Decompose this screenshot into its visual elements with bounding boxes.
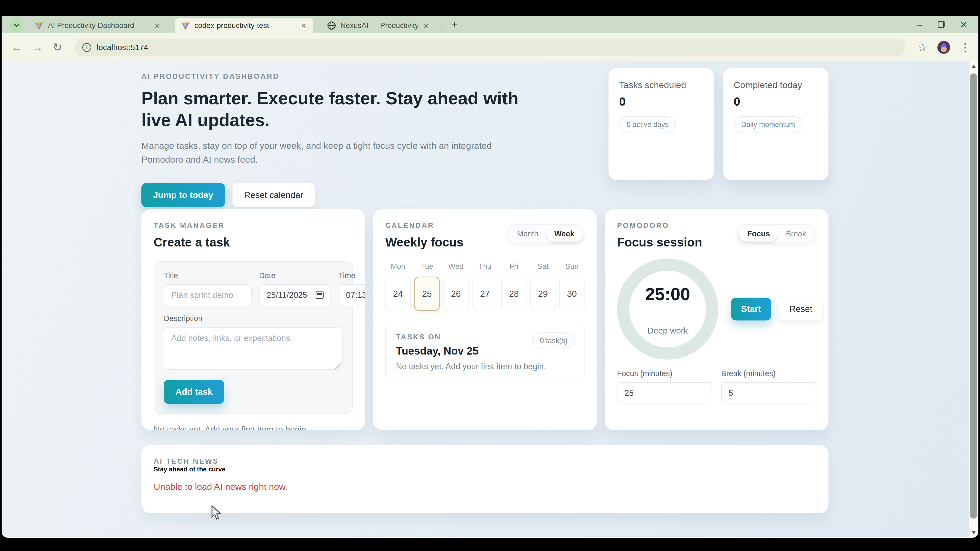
focus-minutes-label: Focus (minutes) xyxy=(617,369,712,378)
day-name: Sun xyxy=(559,262,584,271)
tab-title: codex-productivity-test xyxy=(194,21,295,30)
tab-separator xyxy=(442,21,442,30)
stat-value: 0 xyxy=(619,95,703,108)
dates-row: 24 25 26 27 28 29 30 xyxy=(385,276,584,311)
stat-card-completed-today: Completed today 0 Daily momentum xyxy=(723,68,829,180)
timer-mode-label: Deep work xyxy=(648,326,688,336)
task-date-input[interactable]: 25/11/2025 xyxy=(259,284,331,306)
break-minutes-input[interactable] xyxy=(721,382,816,404)
hero-subtitle: Manage tasks, stay on top of your week, … xyxy=(142,139,504,167)
back-icon[interactable]: ← xyxy=(11,42,22,53)
description-field-label: Description xyxy=(164,314,343,323)
menu-kebab-icon[interactable]: ⋮ xyxy=(960,41,970,54)
add-task-button[interactable]: Add task xyxy=(164,380,224,404)
day-name: Wed xyxy=(444,262,469,271)
toggle-week[interactable]: Week xyxy=(546,226,582,241)
day-name: Fri xyxy=(501,262,527,271)
tab-close-icon[interactable]: × xyxy=(153,21,161,30)
site-info-icon[interactable]: i xyxy=(82,43,91,52)
task-description-textarea[interactable] xyxy=(164,327,343,370)
mouse-cursor xyxy=(211,505,223,521)
date-field-label: Date xyxy=(259,271,331,280)
task-manager-card: TASK MANAGER Create a task Title Date xyxy=(142,209,365,430)
tab-strip: AI Productivity Dashboard × codex-produc… xyxy=(2,16,978,33)
start-button[interactable]: Start xyxy=(731,298,771,321)
task-title-input[interactable] xyxy=(164,284,252,306)
url-text: localhost:5174 xyxy=(97,43,148,52)
toggle-focus[interactable]: Focus xyxy=(739,226,778,241)
tab-search-button[interactable] xyxy=(10,18,24,32)
pomodoro-card: POMODORO Focus session Focus Break 25:00 xyxy=(605,209,829,430)
jump-to-today-button[interactable]: Jump to today xyxy=(142,183,225,207)
browser-window: AI Productivity Dashboard × codex-produc… xyxy=(2,16,978,538)
bookmark-icon[interactable]: ☆ xyxy=(918,41,928,54)
day-name: Tue xyxy=(414,262,440,271)
day-names-row: Mon Tue Wed Thu Fri Sat Sun xyxy=(385,262,584,271)
date-cell-27[interactable]: 27 xyxy=(473,276,498,311)
toggle-break[interactable]: Break xyxy=(778,226,814,241)
restore-icon[interactable] xyxy=(938,21,945,28)
scroll-down-arrow-icon[interactable] xyxy=(969,527,978,538)
stat-label: Completed today xyxy=(733,80,818,90)
scrollbar-thumb[interactable] xyxy=(970,73,977,519)
calendar-eyebrow: CALENDAR xyxy=(385,221,463,230)
focus-minutes-input[interactable] xyxy=(617,382,712,404)
date-cell-29[interactable]: 29 xyxy=(530,276,555,311)
calendar-title: Weekly focus xyxy=(385,235,463,249)
hero-eyebrow: AI PRODUCTIVITY DASHBOARD xyxy=(142,72,593,81)
page-viewport: AI PRODUCTIVITY DASHBOARD Plan smarter. … xyxy=(2,61,978,538)
close-window-icon[interactable]: × xyxy=(960,18,967,30)
page-area: AI PRODUCTIVITY DASHBOARD Plan smarter. … xyxy=(2,61,968,538)
news-eyebrow: AI TECH NEWS xyxy=(154,457,816,465)
news-title: Stay ahead of the curve xyxy=(154,465,816,473)
pomodoro-title: Focus session xyxy=(617,235,702,249)
hero-title: Plan smarter. Execute faster. Stay ahead… xyxy=(142,87,546,131)
hero-section: AI PRODUCTIVITY DASHBOARD Plan smarter. … xyxy=(142,68,829,207)
toggle-month[interactable]: Month xyxy=(509,226,546,241)
forward-icon[interactable]: → xyxy=(32,42,43,53)
date-cell-30[interactable]: 30 xyxy=(559,276,584,311)
date-cell-26[interactable]: 26 xyxy=(444,276,469,311)
tasks-empty-state: No tasks yet. Add your first item to beg… xyxy=(396,362,574,371)
timer-ring: 25:00 Deep work xyxy=(617,259,718,360)
address-bar[interactable]: i localhost:5174 xyxy=(74,39,905,56)
task-count-badge: 0 task(s) xyxy=(532,332,575,349)
tab-close-icon[interactable]: × xyxy=(299,21,308,30)
minimize-icon[interactable]: – xyxy=(916,19,922,30)
date-cell-25-selected[interactable]: 25 xyxy=(414,276,440,311)
day-name: Sat xyxy=(530,262,555,271)
window-controls: – × xyxy=(916,16,975,33)
pomodoro-eyebrow: POMODORO xyxy=(617,221,702,230)
profile-avatar[interactable] xyxy=(937,41,950,54)
break-minutes-label: Break (minutes) xyxy=(721,369,816,378)
stat-value: 0 xyxy=(733,95,818,108)
timer-value: 25:00 xyxy=(645,284,690,304)
task-time-input[interactable]: 07:13 xyxy=(339,284,365,306)
tab-ai-productivity-dashboard[interactable]: AI Productivity Dashboard × xyxy=(28,18,167,33)
task-list-empty-state: No tasks yet. Add your first item to beg… xyxy=(154,424,353,430)
tab-title: NexusAI — Productivity Dashb xyxy=(340,21,418,30)
date-cell-28[interactable]: 28 xyxy=(501,276,527,311)
calendar-view-toggle: Month Week xyxy=(507,224,584,243)
date-value: 25/11/2025 xyxy=(267,291,307,300)
date-cell-24[interactable]: 24 xyxy=(385,276,410,311)
new-tab-button[interactable]: + xyxy=(449,19,460,30)
reset-calendar-button[interactable]: Reset calendar xyxy=(232,183,315,207)
reload-icon[interactable]: ↻ xyxy=(53,42,62,53)
tab-close-icon[interactable]: × xyxy=(422,21,430,30)
task-manager-eyebrow: TASK MANAGER xyxy=(154,221,353,230)
news-error-message: Unable to load AI news right now. xyxy=(154,481,816,492)
task-manager-title: Create a task xyxy=(154,235,353,249)
day-name: Mon xyxy=(385,262,410,271)
vite-icon xyxy=(34,21,44,30)
globe-icon xyxy=(327,21,336,30)
time-field-label: Time xyxy=(339,271,365,280)
reset-button[interactable]: Reset xyxy=(779,298,822,321)
ai-news-card: AI TECH NEWS Stay ahead of the curve Una… xyxy=(142,445,829,513)
scroll-up-arrow-icon[interactable] xyxy=(969,61,978,72)
day-name: Thu xyxy=(473,262,498,271)
tab-codex-productivity-test[interactable]: codex-productivity-test × xyxy=(175,18,313,33)
calendar-picker-icon[interactable] xyxy=(316,291,323,299)
tab-nexusai[interactable]: NexusAI — Productivity Dashb × xyxy=(321,18,436,33)
page-scrollbar[interactable] xyxy=(968,61,978,538)
